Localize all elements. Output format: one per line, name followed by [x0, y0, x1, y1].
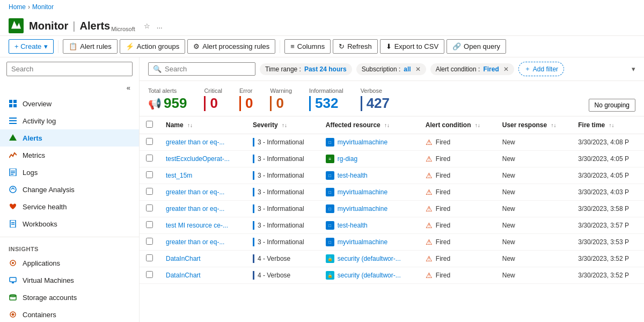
sidebar-collapse-button[interactable]: «: [0, 80, 139, 95]
row-checkbox[interactable]: [146, 155, 153, 162]
columns-button[interactable]: ≡ Columns: [284, 39, 331, 54]
export-csv-button[interactable]: ⬇ Export to CSV: [380, 39, 444, 54]
condition-cell: ⚠Fired: [426, 171, 489, 180]
row-checkbox[interactable]: [146, 171, 153, 178]
col-affected-resource[interactable]: Affected resource ↑↓: [319, 116, 419, 134]
svg-rect-9: [11, 172, 15, 173]
resource-link[interactable]: security (defaultwor-...: [338, 272, 401, 279]
change-icon: [9, 185, 17, 194]
sec-icon: 🔒: [326, 254, 334, 263]
severity-cell: 3 - Informational: [253, 188, 313, 196]
alert-name-link[interactable]: greater than or eq-...: [166, 205, 224, 213]
vm-icon: □: [326, 138, 334, 147]
subscription-filter-close[interactable]: ✕: [415, 65, 421, 73]
col-fire-time[interactable]: Fire time ↑↓: [572, 116, 644, 134]
row-checkbox[interactable]: [146, 221, 153, 228]
select-all-checkbox[interactable]: [146, 121, 153, 128]
resource-cell: ≡rg-diag: [326, 155, 413, 163]
alert-condition-filter-close[interactable]: ✕: [503, 65, 509, 73]
row-checkbox[interactable]: [146, 204, 153, 211]
condition-cell: ⚠Fired: [426, 221, 489, 230]
severity-sort-icon: ↑↓: [282, 122, 287, 128]
row-checkbox[interactable]: [146, 254, 153, 261]
row-checkbox[interactable]: [146, 138, 153, 145]
time-range-filter[interactable]: Time range : Past 24 hours: [260, 63, 352, 75]
subscription-filter[interactable]: Subscription : all ✕: [356, 63, 426, 75]
table-row: DataInChart4 - Verbose🔒security (default…: [140, 251, 644, 267]
action-groups-button[interactable]: ⚡ Action groups: [120, 39, 186, 54]
list-icon: [9, 116, 17, 125]
more-icon[interactable]: ...: [157, 22, 163, 30]
alerts-search-input[interactable]: [165, 65, 251, 73]
resource-link[interactable]: security (defaultwor-...: [338, 255, 401, 262]
alert-name-link[interactable]: greater than or eq-...: [166, 238, 224, 246]
alert-name-link[interactable]: testEcxcludeOperat-...: [166, 155, 230, 163]
svg-rect-2: [9, 104, 12, 107]
logs-icon: [9, 168, 17, 177]
row-checkbox[interactable]: [146, 238, 153, 245]
sidebar-item-change-analysis[interactable]: Change Analysis: [0, 181, 139, 198]
warning-icon: ⚠: [426, 138, 433, 147]
open-query-button[interactable]: 🔗 Open query: [447, 39, 506, 54]
sidebar-item-overview[interactable]: Overview: [0, 95, 139, 112]
breadcrumb-home[interactable]: Home: [9, 3, 26, 11]
col-name[interactable]: Name ↑↓: [159, 116, 246, 134]
sidebar-item-storage-accounts[interactable]: Storage accounts: [0, 289, 139, 306]
sidebar-search-input[interactable]: [6, 62, 133, 76]
refresh-button[interactable]: ↻ Refresh: [333, 39, 378, 54]
resource-cell: □myvirtualmachine: [326, 204, 413, 213]
sidebar-item-applications[interactable]: Applications: [0, 254, 139, 272]
sidebar-item-workbooks[interactable]: Workbooks: [0, 215, 139, 232]
vm-icon: □: [326, 238, 334, 246]
severity-cell: 3 - Informational: [253, 171, 313, 180]
col-user-response[interactable]: User response ↑↓: [496, 116, 572, 134]
alert-name-link[interactable]: test_15m: [166, 172, 192, 179]
alert-name-link[interactable]: greater than or eq-...: [166, 138, 224, 146]
sidebar-item-service-health[interactable]: Service health: [0, 198, 139, 215]
table-row: greater than or eq-...3 - Informational□…: [140, 134, 644, 151]
filter-expand-button[interactable]: ▾: [632, 65, 635, 73]
svg-rect-1: [13, 100, 17, 103]
content-toolbar: 🔍 Time range : Past 24 hours Subscriptio…: [140, 57, 644, 81]
main-layout: « Overview Activity log Alerts: [0, 57, 644, 322]
row-checkbox[interactable]: [146, 188, 153, 195]
resource-cell: □test-health: [326, 171, 413, 180]
alerts-table: Name ↑↓ Severity ↑↓ Affected resource ↑↓: [140, 116, 644, 284]
alert-name-link[interactable]: DataInChart: [166, 272, 201, 279]
alert-name-link[interactable]: greater than or eq-...: [166, 188, 224, 196]
col-alert-condition[interactable]: Alert condition ↑↓: [419, 116, 496, 134]
select-all-header[interactable]: [140, 116, 159, 134]
sidebar-item-logs[interactable]: Logs: [0, 164, 139, 181]
resource-link[interactable]: test-health: [338, 222, 368, 229]
resource-link[interactable]: myvirtualmachine: [338, 138, 387, 146]
alert-rules-button[interactable]: 📋 Alert rules: [63, 39, 118, 54]
alert-name-link[interactable]: test MI resource ce-...: [166, 222, 228, 229]
resource-link[interactable]: test-health: [338, 172, 368, 179]
favorite-icon[interactable]: ☆: [144, 22, 150, 30]
add-filter-button[interactable]: ＋ Add filter: [518, 62, 564, 76]
sidebar-item-activity-log[interactable]: Activity log: [0, 112, 139, 129]
alert-name-link[interactable]: DataInChart: [166, 255, 201, 262]
resource-link[interactable]: myvirtualmachine: [338, 238, 387, 246]
sidebar-item-alerts[interactable]: Alerts: [0, 129, 139, 147]
stat-informational: Informational 532: [309, 87, 343, 112]
containers-icon: [9, 310, 17, 319]
resource-link[interactable]: myvirtualmachine: [338, 188, 387, 196]
col-severity[interactable]: Severity ↑↓: [246, 116, 319, 134]
alerts-search-container: 🔍: [148, 62, 255, 76]
row-checkbox[interactable]: [146, 271, 153, 278]
resource-link[interactable]: myvirtualmachine: [338, 205, 387, 213]
sidebar-item-metrics[interactable]: Metrics: [0, 147, 139, 164]
resource-link[interactable]: rg-diag: [338, 155, 357, 163]
alert-condition-filter[interactable]: Alert condition : Fired ✕: [430, 63, 514, 75]
sidebar-item-containers[interactable]: Containers: [0, 306, 139, 322]
no-grouping-button[interactable]: No grouping: [589, 99, 635, 112]
severity-cell: 3 - Informational: [253, 138, 313, 147]
warning-icon: ⚠: [426, 221, 433, 230]
svg-rect-17: [10, 277, 16, 282]
sidebar-item-virtual-machines[interactable]: Virtual Machines: [0, 272, 139, 289]
breadcrumb-monitor[interactable]: Monitor: [32, 3, 54, 11]
applications-icon: [9, 259, 17, 267]
alert-processing-rules-button[interactable]: ⚙ Alert processing rules: [187, 39, 275, 54]
create-button[interactable]: + Create ▾: [9, 39, 54, 54]
